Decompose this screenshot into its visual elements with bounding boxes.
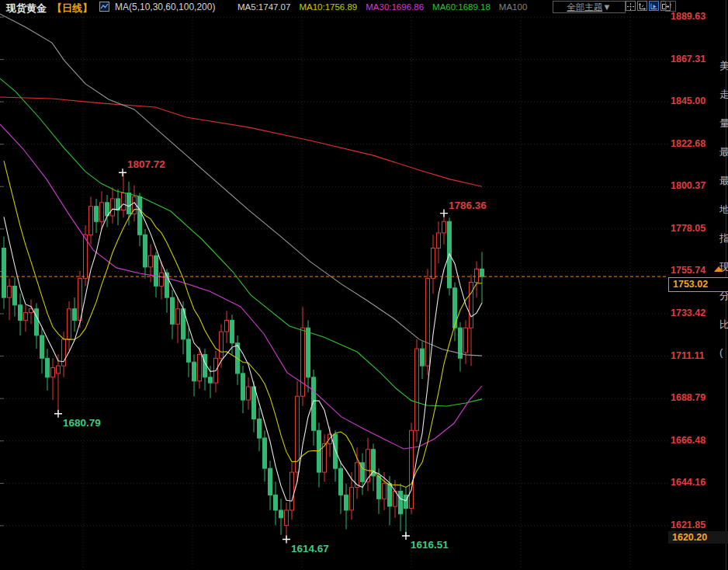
right-strip-glyph: 地 [719, 203, 728, 231]
ma-legend-item: MA10:1756.89 [299, 2, 357, 12]
right-strip-glyph: 指 [719, 231, 728, 260]
current-price-marker-icon [714, 266, 723, 272]
ma-formula-label: MA(5,10,30,60,100,200) [115, 2, 215, 12]
right-strip-glyph: 美 [719, 59, 728, 88]
ma-legend-item: MA5:1747.07 [237, 2, 290, 12]
right-strip-glyph: 走 [719, 88, 728, 116]
move-crosshair-icon[interactable] [626, 1, 636, 11]
ma-legend: MA5:1747.07MA10:1756.89MA30:1696.86MA60:… [237, 2, 527, 12]
all-themes-label: 全部主题 [567, 2, 602, 12]
dropdown-arrow-icon: ▼ [602, 2, 611, 12]
axis-scale-icon[interactable] [637, 1, 647, 11]
svg-text:1614.67: 1614.67 [291, 543, 329, 554]
ma-legend-item: MA30:1696.86 [366, 2, 424, 12]
current-price-box: 1753.02 [668, 277, 728, 292]
svg-text:1680.79: 1680.79 [63, 417, 101, 429]
ma-legend-item: MA60:1689.18 [432, 2, 491, 12]
svg-text:1786.36: 1786.36 [449, 200, 487, 211]
timeframe-label: 【日线】 [52, 2, 92, 16]
price-chart-canvas[interactable]: 1807.721786.361680.791614.671616.51 [0, 0, 728, 570]
collapsed-side-panel[interactable]: 美走量最最地指现分比( [719, 59, 728, 375]
right-strip-glyph: 量 [719, 116, 728, 145]
chart-header-bar: 现货黄金 【日线】 MA(5,10,30,60,100,200) MA5:174… [0, 0, 728, 14]
right-strip-glyph: 分 [719, 289, 728, 318]
session-low-price-box: 1620.20 [668, 531, 728, 544]
right-strip-glyph: 最 [719, 145, 728, 174]
all-themes-button[interactable]: 全部主题▼ [553, 1, 626, 13]
trading-app-window: 1807.721786.361680.791614.671616.51 现货黄金… [0, 0, 728, 570]
axis-play-icon[interactable] [649, 1, 659, 11]
right-strip-glyph: 最 [719, 174, 728, 203]
right-strip-glyph: 比 [719, 318, 728, 346]
right-strip-glyph: ( [719, 346, 728, 375]
ma-legend-item: MA100 [499, 2, 527, 12]
axis-scroll-up-icon[interactable]: ↑ [665, 1, 676, 12]
mini-chart-icon[interactable] [99, 2, 109, 14]
svg-text:1616.51: 1616.51 [411, 539, 449, 551]
svg-text:1807.72: 1807.72 [127, 158, 165, 170]
symbol-title: 现货黄金 [6, 2, 47, 16]
